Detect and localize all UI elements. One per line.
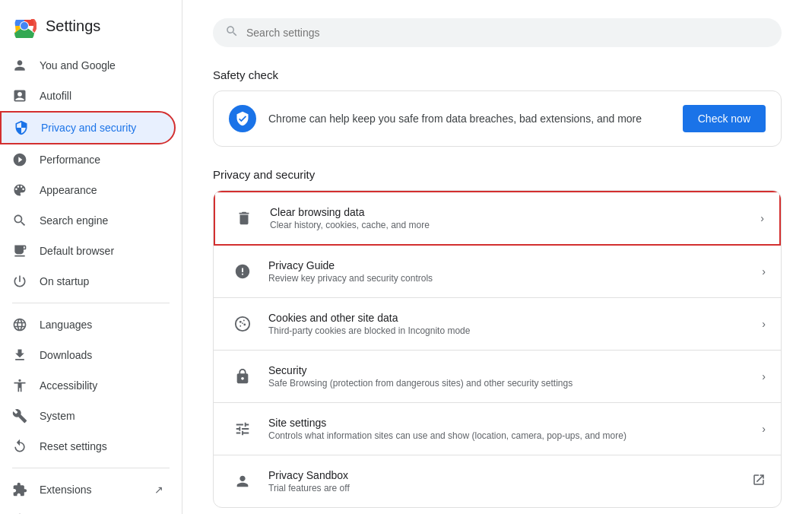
sidebar-item-privacy-and-security[interactable]: Privacy and security (0, 111, 176, 144)
safety-shield-icon (229, 105, 256, 132)
site-settings-title: Site settings (268, 417, 750, 429)
privacy-guide-title: Privacy Guide (268, 259, 750, 271)
performance-icon (12, 152, 27, 167)
safety-check-card: Chrome can help keep you safe from data … (213, 90, 782, 147)
sidebar-item-languages[interactable]: Languages (0, 309, 176, 340)
sidebar-label-on-startup: On startup (40, 275, 89, 287)
sidebar-divider-2 (12, 468, 170, 468)
sidebar-label-system: System (40, 410, 75, 422)
privacy-section-title: Privacy and security (213, 168, 782, 181)
cookies-title: Cookies and other site data (268, 312, 750, 324)
clear-browsing-data-icon (230, 205, 258, 232)
svg-point-8 (243, 320, 245, 322)
site-settings-icon (229, 415, 256, 443)
privacy-sandbox-icon (229, 468, 256, 495)
privacy-item-privacy-guide[interactable]: Privacy Guide Review key privacy and sec… (214, 246, 781, 298)
sidebar-item-reset-settings[interactable]: Reset settings (0, 431, 176, 462)
privacy-guide-subtitle: Review key privacy and security controls (268, 273, 750, 284)
privacy-security-icon (14, 120, 29, 135)
cookies-subtitle: Third-party cookies are blocked in Incog… (268, 325, 750, 336)
sidebar-item-accessibility[interactable]: Accessibility (0, 370, 176, 401)
sidebar-label-performance: Performance (40, 154, 100, 166)
privacy-guide-text: Privacy Guide Review key privacy and sec… (268, 259, 750, 284)
cookies-chevron: › (762, 318, 766, 330)
privacy-item-privacy-sandbox[interactable]: Privacy Sandbox Trial features are off (214, 455, 781, 507)
accessibility-icon (12, 378, 27, 393)
you-and-google-icon (12, 58, 27, 73)
privacy-sandbox-text: Privacy Sandbox Trial features are off (268, 469, 740, 493)
search-input[interactable] (246, 27, 769, 39)
privacy-guide-chevron: › (762, 265, 766, 278)
sidebar-label-extensions: Extensions (40, 484, 91, 496)
search-engine-icon (12, 213, 27, 228)
sidebar-label-privacy-security: Privacy and security (41, 122, 136, 134)
sidebar-label-default-browser: Default browser (40, 245, 114, 257)
sidebar-divider-1 (12, 303, 170, 303)
privacy-guide-icon (229, 258, 256, 285)
system-icon (12, 408, 27, 424)
sidebar-item-about-chrome[interactable]: About Chrome (0, 505, 176, 514)
sidebar-item-autofill[interactable]: Autofill (0, 81, 176, 111)
settings-title: Settings (46, 17, 100, 35)
reset-settings-icon (12, 439, 27, 454)
sidebar: Settings You and Google Autofill (0, 0, 182, 514)
clear-browsing-data-title: Clear browsing data (270, 206, 748, 218)
sidebar-label-languages: Languages (40, 319, 92, 331)
clear-browsing-data-chevron: › (760, 212, 764, 224)
sidebar-item-default-browser[interactable]: Default browser (0, 236, 176, 266)
extensions-external-icon: ↗ (154, 484, 163, 496)
security-subtitle: Safe Browsing (protection from dangerous… (268, 378, 750, 389)
extensions-icon (12, 482, 27, 497)
sidebar-item-search-engine[interactable]: Search engine (0, 205, 176, 236)
privacy-list: Clear browsing data Clear history, cooki… (213, 190, 782, 508)
privacy-item-cookies[interactable]: Cookies and other site data Third-party … (214, 298, 781, 351)
privacy-item-site-settings[interactable]: Site settings Controls what information … (214, 403, 781, 455)
sidebar-label-reset-settings: Reset settings (40, 440, 107, 452)
site-settings-subtitle: Controls what information sites can use … (268, 430, 750, 441)
sidebar-label-you-and-google: You and Google (40, 59, 116, 71)
privacy-item-security[interactable]: Security Safe Browsing (protection from … (214, 351, 781, 403)
sidebar-header: Settings (0, 6, 182, 50)
privacy-sandbox-external-icon (752, 473, 766, 490)
check-now-button[interactable]: Check now (683, 105, 766, 132)
safety-check-description: Chrome can help keep you safe from data … (268, 113, 671, 125)
privacy-sandbox-title: Privacy Sandbox (268, 469, 740, 481)
sidebar-item-appearance[interactable]: Appearance (0, 175, 176, 205)
cookies-text: Cookies and other site data Third-party … (268, 312, 750, 336)
site-settings-text: Site settings Controls what information … (268, 417, 750, 441)
languages-icon (12, 317, 27, 332)
svg-point-10 (239, 325, 241, 327)
sidebar-label-search-engine: Search engine (40, 214, 108, 227)
downloads-icon (12, 347, 27, 363)
sidebar-item-on-startup[interactable]: On startup (0, 266, 176, 297)
sidebar-label-autofill: Autofill (40, 90, 71, 102)
site-settings-chevron: › (762, 423, 766, 435)
chrome-logo-icon (12, 14, 36, 38)
main-content: Safety check Chrome can help keep you sa… (182, 0, 812, 514)
search-bar[interactable] (213, 18, 782, 47)
privacy-item-clear-browsing-data[interactable]: Clear browsing data Clear history, cooki… (214, 191, 781, 246)
svg-point-7 (239, 321, 242, 323)
safety-check-title: Safety check (213, 68, 782, 81)
sidebar-label-downloads: Downloads (40, 349, 92, 361)
default-browser-icon (12, 243, 27, 259)
security-chevron: › (762, 370, 766, 382)
security-icon (229, 363, 256, 390)
autofill-icon (12, 88, 27, 103)
sidebar-item-system[interactable]: System (0, 401, 176, 431)
sidebar-item-performance[interactable]: Performance (0, 144, 176, 175)
clear-browsing-data-text: Clear browsing data Clear history, cooki… (270, 206, 748, 230)
sidebar-item-you-and-google[interactable]: You and Google (0, 50, 176, 81)
search-icon (225, 24, 239, 41)
sidebar-label-accessibility: Accessibility (40, 379, 97, 392)
sidebar-item-extensions[interactable]: Extensions ↗ (0, 474, 176, 505)
security-title: Security (268, 364, 750, 376)
security-text: Security Safe Browsing (protection from … (268, 364, 750, 389)
clear-browsing-data-subtitle: Clear history, cookies, cache, and more (270, 220, 748, 230)
privacy-sandbox-subtitle: Trial features are off (268, 483, 740, 493)
svg-point-4 (21, 22, 28, 30)
sidebar-item-downloads[interactable]: Downloads (0, 340, 176, 370)
on-startup-icon (12, 274, 27, 289)
cookies-icon (229, 310, 256, 338)
sidebar-navigation: You and Google Autofill Privacy and secu… (0, 50, 182, 514)
